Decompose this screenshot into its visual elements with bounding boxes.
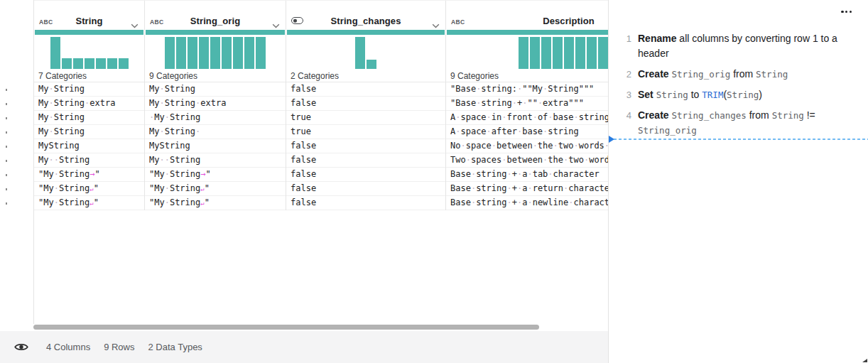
ellipsis-icon[interactable] <box>839 9 854 15</box>
histogram-bar[interactable] <box>210 37 220 69</box>
recipe-step-4[interactable]: 4 Create String_changes from String != S… <box>624 108 857 138</box>
abc-icon[interactable]: ABC <box>451 18 465 26</box>
histogram-bar[interactable] <box>50 37 60 69</box>
grid-cell[interactable]: "My·String→" <box>145 168 286 182</box>
quality-bar[interactable] <box>447 30 608 35</box>
histogram-bar[interactable] <box>367 60 376 69</box>
abc-icon[interactable]: ABC <box>150 18 164 26</box>
grid-cell[interactable]: ·My·String <box>145 111 286 125</box>
row-marker[interactable] <box>6 202 7 205</box>
histogram-bar[interactable] <box>587 37 597 69</box>
grid-cell[interactable]: "My·String↵" <box>34 182 144 196</box>
histogram-bar[interactable] <box>233 37 243 69</box>
histogram-bar[interactable] <box>598 37 608 69</box>
chevron-down-icon[interactable] <box>131 18 139 31</box>
grid-cell[interactable]: MyString <box>34 139 144 153</box>
row-marker[interactable] <box>6 103 7 105</box>
grid-cell[interactable]: My·String <box>34 125 144 139</box>
grid-cell[interactable]: My··String <box>34 153 144 168</box>
histogram-bar[interactable] <box>256 37 266 69</box>
grid-cell[interactable]: My·String· <box>145 125 286 139</box>
row-marker[interactable] <box>6 174 7 176</box>
grid-cell[interactable]: "Base·string:·""My·String""" <box>446 82 608 97</box>
recipe-step-2[interactable]: 2 Create String_orig from String <box>624 67 857 82</box>
histogram-bar[interactable] <box>575 37 585 69</box>
histogram-bar[interactable] <box>355 37 365 69</box>
histogram-bar[interactable] <box>119 58 129 69</box>
column-header[interactable]: ABC String <box>34 13 144 28</box>
histogram-bar[interactable] <box>188 37 197 69</box>
histogram-bar[interactable] <box>530 37 540 69</box>
row-marker[interactable] <box>6 117 7 119</box>
histogram-bar[interactable] <box>73 58 83 69</box>
histogram-bar[interactable] <box>564 37 574 69</box>
row-marker[interactable] <box>6 188 7 190</box>
grid-cell[interactable]: false <box>286 182 445 196</box>
column-header[interactable]: ABC String_orig <box>145 13 286 28</box>
grid-cell[interactable]: Base·string·+·a·return·character <box>446 182 608 196</box>
grid-cell[interactable]: MyString <box>145 139 286 153</box>
abc-icon[interactable]: ABC <box>39 18 53 26</box>
histogram-bar[interactable] <box>519 37 528 69</box>
row-marker[interactable] <box>6 160 7 162</box>
grid-cell[interactable]: My·String <box>145 82 286 97</box>
row-marker[interactable] <box>6 131 7 134</box>
space-dot: · <box>54 169 59 179</box>
grid-cell[interactable]: false <box>286 196 445 210</box>
space-dot: · <box>512 98 517 108</box>
histogram-bar[interactable] <box>244 37 254 69</box>
grid-cell[interactable]: My·String <box>34 111 144 125</box>
quality-bar[interactable] <box>287 30 445 35</box>
row-marker[interactable] <box>6 89 7 91</box>
grid-cell[interactable]: true <box>286 111 445 125</box>
grid-cell[interactable]: false <box>286 139 445 153</box>
chevron-down-icon[interactable] <box>272 18 280 31</box>
grid-cell[interactable]: My··String <box>145 153 286 168</box>
histogram-bar[interactable] <box>85 58 94 69</box>
chevron-down-icon[interactable] <box>432 18 440 31</box>
histogram-bar[interactable] <box>62 58 72 69</box>
recipe-step-1[interactable]: 1 Rename all columns by converting row 1… <box>624 31 857 61</box>
grid-cell[interactable]: "Base·string·+·""·extra""" <box>446 97 608 111</box>
grid-cell[interactable]: "My·String↵" <box>34 196 144 210</box>
grid-cell[interactable]: true <box>286 125 445 139</box>
quality-bar[interactable] <box>146 30 285 35</box>
grid-cell[interactable]: false <box>286 82 445 97</box>
grid-viewport[interactable]: ABC String 7 CategoriesMy·StringMy·Strin… <box>33 0 608 324</box>
space-dot: · <box>563 183 568 193</box>
column-header[interactable]: ABC Description <box>446 13 608 28</box>
histogram-bar[interactable] <box>541 37 551 69</box>
grid-cell[interactable]: "My·String↵" <box>145 196 286 210</box>
horizontal-scrollbar[interactable] <box>33 325 539 330</box>
histogram-bar[interactable] <box>176 37 186 69</box>
histogram-bar[interactable] <box>107 58 117 69</box>
eye-icon[interactable] <box>14 342 28 352</box>
histogram-bar[interactable] <box>222 37 232 69</box>
histogram-bar[interactable] <box>96 58 106 69</box>
grid-cell[interactable]: false <box>286 168 445 182</box>
toggle-icon[interactable] <box>291 17 303 24</box>
quality-bar[interactable] <box>35 30 143 35</box>
space-dot: · <box>54 183 59 193</box>
newline-char-icon: ↵ <box>89 200 93 207</box>
grid-cell[interactable]: "My·String↵" <box>145 182 286 196</box>
grid-cell[interactable]: A·space·after·base·string <box>446 125 608 139</box>
grid-cell[interactable]: My·String·extra <box>34 97 144 111</box>
row-marker[interactable] <box>6 146 7 148</box>
histogram-bar[interactable] <box>199 37 209 69</box>
newline-char-icon: ↵ <box>89 185 93 193</box>
grid-cell[interactable]: "My·String→" <box>34 168 144 182</box>
grid-cell[interactable]: Two·spaces·between·the·two·words <box>446 153 608 168</box>
grid-cell[interactable]: A·space·in·front·of·base·string <box>446 111 608 125</box>
grid-cell[interactable]: Base·string·+·a·newline·character <box>446 196 608 210</box>
grid-cell[interactable]: Base·string·+·a·tab·character <box>446 168 608 182</box>
grid-cell[interactable]: false <box>286 97 445 111</box>
column-header[interactable]: String_changes <box>286 13 445 28</box>
grid-cell[interactable]: No·space·between·the·two·words· <box>446 139 608 153</box>
histogram-bar[interactable] <box>553 37 563 69</box>
recipe-step-3[interactable]: 3 Set String to TRIM(String) <box>624 87 857 102</box>
grid-cell[interactable]: My·String <box>34 82 144 97</box>
grid-cell[interactable]: My·String·extra <box>145 97 286 111</box>
histogram-bar[interactable] <box>165 37 175 69</box>
grid-cell[interactable]: false <box>286 153 445 168</box>
